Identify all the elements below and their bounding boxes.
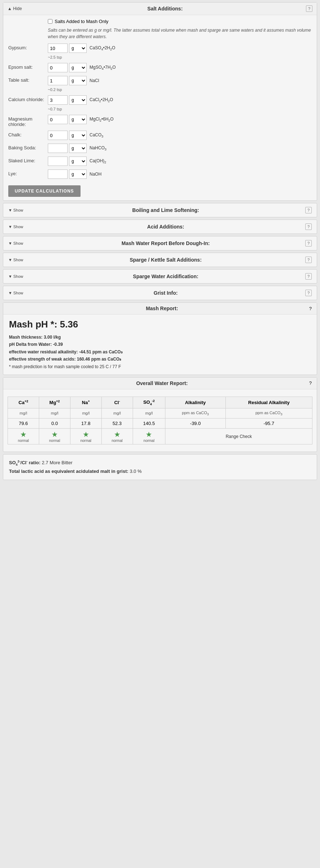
lye-unit-select[interactable]: gmg/l: [69, 169, 87, 179]
spargesalt-help-icon[interactable]: ?: [305, 257, 312, 263]
tablesalt-unit-select[interactable]: gmg/l: [69, 76, 87, 85]
magnesiumchloride-value-input[interactable]: [48, 115, 68, 124]
salts-mash-only-checkbox[interactable]: [48, 19, 52, 24]
bakingsoda-formula: NaHCO3: [90, 145, 106, 151]
calciumchloride-value-input[interactable]: [48, 95, 68, 105]
water-table: Ca+2 Mg+2 Na+ Cl- SO4-2 Alkalinity Resid…: [8, 397, 312, 444]
epsom-formula: MgSO4•7H2O: [90, 65, 116, 71]
col-na: Na+: [70, 397, 101, 408]
star-na: ★ normal: [70, 429, 101, 444]
water-report-title: Overall Water Report:: [15, 380, 309, 386]
epsom-label: Epsom salt:: [8, 63, 48, 70]
bakingsoda-unit-select[interactable]: gmg/l: [69, 144, 87, 153]
water-table-header-row: Ca+2 Mg+2 Na+ Cl- SO4-2 Alkalinity Resid…: [8, 397, 312, 408]
water-table-star-row: ★ normal ★ normal ★ normal ★ normal: [8, 429, 312, 444]
calciumchloride-unit-select[interactable]: gmg/l: [69, 95, 87, 105]
magnesiumchloride-inputs: gmg/l MgCl2•6H2O: [48, 115, 114, 124]
tablesalt-formula: NaCl: [90, 78, 99, 83]
gypsum-row: Gypsum: gmg/l CaSO4•2H2O ~2.5 tsp: [8, 44, 312, 59]
bakingsoda-value-input[interactable]: [48, 144, 68, 153]
epsom-row: Epsom salt: gmg/l MgSO4•7H2O: [8, 63, 312, 72]
slakedlime-unit-select[interactable]: gmg/l: [69, 157, 87, 166]
mashwater-section: ▼ Show Mash Water Report Before Dough-In…: [3, 236, 317, 250]
boiling-section: ▼ Show Boiling and Lime Softening: ?: [3, 203, 317, 217]
boiling-title: Boiling and Lime Softening:: [26, 207, 305, 213]
mash-report-help-icon[interactable]: ?: [309, 306, 312, 311]
epsom-inputs: gmg/l MgSO4•7H2O: [48, 63, 116, 72]
magnesiumchloride-label: Magnesium chloride:: [8, 115, 48, 127]
gypsum-inputs: gmg/l CaSO4•2H2O ~2.5 tsp: [48, 44, 131, 59]
mashwater-toggle[interactable]: ▼ Show: [8, 241, 23, 245]
salt-additions-header: ▲ Hide Salt Additions: ?: [3, 3, 317, 15]
spargeacid-title: Sparge Water Acidification:: [26, 273, 305, 279]
mash-report-body: Mash pH *: 5.36 Mash thickness: 3.00 l/k…: [3, 315, 317, 375]
col-ra: Residual Alkalinity: [225, 397, 312, 408]
spargeacid-toggle[interactable]: ▼ Show: [8, 274, 23, 279]
calciumchloride-row: Calcium chloride: gmg/l CaCl2•2H2O ~0.7 …: [8, 95, 312, 111]
unit-ca: mg/l: [8, 408, 39, 418]
spargeacid-help-icon[interactable]: ?: [305, 273, 312, 280]
unit-so4: mg/l: [133, 408, 165, 418]
boiling-help-icon[interactable]: ?: [305, 207, 312, 213]
grist-toggle[interactable]: ▼ Show: [8, 291, 23, 295]
calciumchloride-label: Calcium chloride:: [8, 95, 48, 102]
lye-value-input[interactable]: [48, 169, 68, 179]
chalk-unit-select[interactable]: gmg/l: [69, 131, 87, 140]
lye-formula: NaOH: [90, 172, 101, 177]
mash-note: * mash prediction is for mash sample coo…: [9, 363, 311, 370]
water-report-body: Ca+2 Mg+2 Na+ Cl- SO4-2 Alkalinity Resid…: [3, 389, 317, 452]
salt-additions-toggle[interactable]: ▲ Hide: [8, 6, 22, 11]
lactic-value: 3.0 %: [130, 469, 142, 474]
star-cl: ★ normal: [101, 429, 133, 444]
spargeacid-section: ▼ Show Sparge Water Acidification: ?: [3, 269, 317, 284]
epsom-unit-select[interactable]: gmg/l: [69, 63, 87, 72]
star-so4: ★ normal: [133, 429, 165, 444]
val-alkalinity: -39.0: [165, 419, 226, 429]
gypsum-value-input[interactable]: [48, 44, 68, 53]
val-na: 17.8: [70, 419, 101, 429]
chalk-value-input[interactable]: [48, 131, 68, 140]
tablesalt-value-input[interactable]: [48, 76, 68, 85]
spargesalt-toggle[interactable]: ▼ Show: [8, 258, 23, 262]
update-calculations-button[interactable]: UPDATE CALCULATIONS: [8, 185, 81, 197]
calciumchloride-formula: CaCl2•2H2O: [90, 97, 113, 103]
bakingsoda-inputs: gmg/l NaHCO3: [48, 144, 106, 153]
star-na-label: normal: [73, 439, 99, 443]
chalk-formula: CaCO3: [90, 132, 103, 138]
sulfate-chloride-ratio: SO42-/Cl- ratio: 2.7 More Bitter: [9, 459, 311, 467]
mashwater-help-icon[interactable]: ?: [305, 240, 312, 247]
grist-help-icon[interactable]: ?: [305, 290, 312, 296]
col-alkalinity: Alkalinity: [165, 397, 226, 408]
salts-mash-only-label: Salts Added to Mash Only: [55, 19, 109, 24]
gypsum-unit-select[interactable]: gmg/l: [69, 44, 87, 53]
star-cl-icon: ★: [114, 430, 120, 438]
acid-toggle[interactable]: ▼ Show: [8, 225, 23, 229]
acid-help-icon[interactable]: ?: [305, 223, 312, 230]
chalk-label: Chalk:: [8, 131, 48, 137]
magnesiumchloride-row: Magnesium chloride: gmg/l MgCl2•6H2O: [8, 115, 312, 127]
val-ra: -95.7: [225, 419, 312, 429]
footer-section: SO42-/Cl- ratio: 2.7 More Bitter Total l…: [3, 454, 317, 480]
water-report-help-icon[interactable]: ?: [309, 380, 312, 386]
salt-additions-title: Salt Additions:: [24, 6, 306, 12]
acid-title: Acid Additions:: [26, 224, 305, 230]
lye-row: Lye: gmg/l NaOH: [8, 169, 312, 179]
epsom-value-input[interactable]: [48, 63, 68, 72]
salt-additions-help-icon[interactable]: ?: [306, 5, 312, 12]
grist-title: Grist Info:: [26, 290, 305, 296]
salt-additions-section: ▲ Hide Salt Additions: ? Salts Added to …: [3, 2, 317, 201]
water-report-header: Overall Water Report: ?: [3, 378, 317, 389]
boiling-toggle[interactable]: ▼ Show: [8, 208, 23, 212]
mashwater-header: ▼ Show Mash Water Report Before Dough-In…: [3, 236, 317, 250]
slakedlime-value-input[interactable]: [48, 157, 68, 166]
tablesalt-row: Table salt: gmg/l NaCl ~0.2 tsp: [8, 76, 312, 92]
bakingsoda-label: Baking Soda:: [8, 144, 48, 150]
unit-mg: mg/l: [39, 408, 70, 418]
star-mg-icon: ★: [51, 430, 58, 438]
water-report-section: Overall Water Report: ? Ca+2 Mg+2 Na+ Cl…: [3, 377, 317, 452]
water-table-value-row: 79.6 0.0 17.8 52.3 140.5 -39.0 -95.7: [8, 419, 312, 429]
tablesalt-inputs: gmg/l NaCl ~0.2 tsp: [48, 76, 115, 92]
calciumchloride-inputs: gmg/l CaCl2•2H2O ~0.7 tsp: [48, 95, 129, 111]
magnesiumchloride-unit-select[interactable]: gmg/l: [69, 115, 87, 124]
mash-report-title: Mash Report:: [15, 306, 309, 311]
